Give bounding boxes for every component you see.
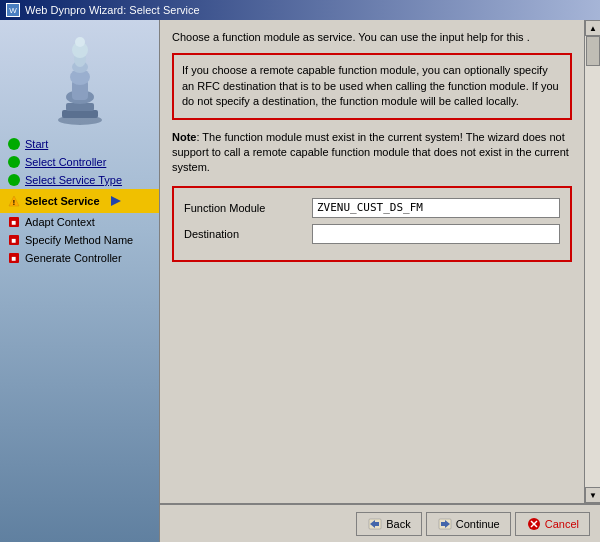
function-module-label: Function Module bbox=[184, 202, 304, 214]
rfc-box-text: If you choose a remote capable function … bbox=[182, 64, 559, 107]
sidebar-link-start[interactable]: Start bbox=[25, 138, 48, 150]
svg-rect-1 bbox=[62, 110, 98, 118]
destination-input[interactable] bbox=[312, 224, 560, 244]
intro-text: Choose a function module as service. You… bbox=[172, 30, 572, 45]
sidebar-label-generate-controller: Generate Controller bbox=[25, 252, 122, 264]
back-label: Back bbox=[386, 518, 410, 530]
sidebar-link-select-controller[interactable]: Select Controller bbox=[25, 156, 106, 168]
function-module-row: Function Module bbox=[184, 198, 560, 218]
svg-marker-12 bbox=[111, 196, 121, 206]
note-text: Note: The function module must exist in … bbox=[172, 130, 572, 176]
svg-rect-2 bbox=[66, 103, 94, 111]
title-bar-icon: W bbox=[6, 3, 20, 17]
main-container: Start Select Controller Select Service T… bbox=[0, 20, 600, 542]
sidebar-item-specify-method-name: ■ Specify Method Name bbox=[0, 231, 159, 249]
destination-row: Destination bbox=[184, 224, 560, 244]
scroll-up-button[interactable]: ▲ bbox=[585, 20, 600, 36]
sidebar-label-select-service: Select Service bbox=[25, 195, 100, 207]
svg-text:■: ■ bbox=[12, 254, 17, 263]
sidebar-item-generate-controller: ■ Generate Controller bbox=[0, 249, 159, 267]
active-arrow-icon bbox=[107, 192, 125, 210]
svg-rect-21 bbox=[375, 522, 379, 526]
status-icon-select-service: ! bbox=[8, 195, 20, 207]
form-section: Function Module Destination bbox=[172, 186, 572, 262]
back-button[interactable]: Back bbox=[356, 512, 421, 536]
sidebar-label-adapt-context: Adapt Context bbox=[25, 216, 95, 228]
continue-label: Continue bbox=[456, 518, 500, 530]
sidebar-item-start[interactable]: Start bbox=[0, 135, 159, 153]
nav-list: Start Select Controller Select Service T… bbox=[0, 130, 159, 272]
sidebar-link-select-service-type[interactable]: Select Service Type bbox=[25, 174, 122, 186]
status-icon-start bbox=[8, 138, 20, 150]
sidebar-item-select-controller[interactable]: Select Controller bbox=[0, 153, 159, 171]
content-main: Choose a function module as service. You… bbox=[160, 20, 584, 503]
cancel-label: Cancel bbox=[545, 518, 579, 530]
svg-point-9 bbox=[75, 37, 85, 47]
status-icon-generate-controller: ■ bbox=[8, 252, 20, 264]
sidebar-label-specify-method-name: Specify Method Name bbox=[25, 234, 133, 246]
bottom-toolbar: Back Continue bbox=[160, 504, 600, 542]
left-panel: Start Select Controller Select Service T… bbox=[0, 20, 160, 542]
status-icon-select-service-type bbox=[8, 174, 20, 186]
sidebar-item-select-service: ! Select Service bbox=[0, 189, 159, 213]
svg-rect-24 bbox=[441, 522, 445, 526]
chess-piece-decoration bbox=[50, 35, 110, 125]
content-area: Choose a function module as service. You… bbox=[160, 20, 600, 503]
svg-text:■: ■ bbox=[12, 218, 17, 227]
note-label: Note bbox=[172, 131, 196, 143]
title-bar: W Web Dynpro Wizard: Select Service bbox=[0, 0, 600, 20]
window-title: Web Dynpro Wizard: Select Service bbox=[25, 4, 200, 16]
sidebar-item-select-service-type[interactable]: Select Service Type bbox=[0, 171, 159, 189]
scrollbar[interactable]: ▲ ▼ bbox=[584, 20, 600, 503]
scroll-thumb[interactable] bbox=[586, 36, 600, 66]
svg-text:!: ! bbox=[13, 199, 15, 206]
right-panel: Choose a function module as service. You… bbox=[160, 20, 600, 542]
status-icon-select-controller bbox=[8, 156, 20, 168]
scroll-down-button[interactable]: ▼ bbox=[585, 487, 600, 503]
continue-button[interactable]: Continue bbox=[426, 512, 511, 536]
cancel-icon bbox=[526, 516, 542, 532]
sidebar-item-adapt-context: ■ Adapt Context bbox=[0, 213, 159, 231]
status-icon-specify-method-name: ■ bbox=[8, 234, 20, 246]
destination-label: Destination bbox=[184, 228, 304, 240]
cancel-button[interactable]: Cancel bbox=[515, 512, 590, 536]
status-icon-adapt-context: ■ bbox=[8, 216, 20, 228]
rfc-info-box: If you choose a remote capable function … bbox=[172, 53, 572, 119]
scroll-track[interactable] bbox=[585, 36, 600, 487]
svg-text:■: ■ bbox=[12, 236, 17, 245]
back-icon bbox=[367, 516, 383, 532]
note-body: : The function module must exist in the … bbox=[172, 131, 569, 174]
function-module-input[interactable] bbox=[312, 198, 560, 218]
continue-icon bbox=[437, 516, 453, 532]
